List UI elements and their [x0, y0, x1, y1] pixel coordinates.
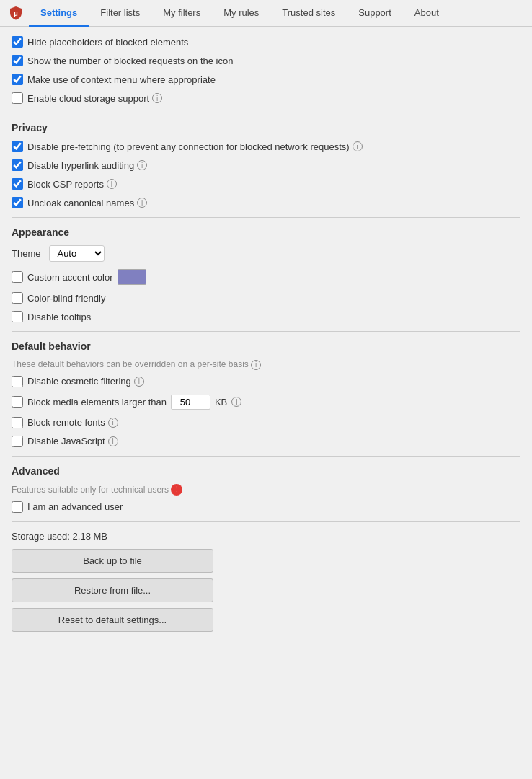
block-remote-fonts-label[interactable]: Block remote fonts i: [27, 417, 118, 428]
default-behavior-info-icon: i: [251, 360, 261, 370]
storage-used-label: Storage used: 2.18 MB: [12, 531, 520, 542]
advanced-user-label[interactable]: I am an advanced user: [27, 501, 123, 512]
color-blind-label[interactable]: Color-blind friendly: [27, 293, 105, 304]
uncloak-info-icon: i: [137, 198, 147, 208]
block-csp-reports-info-icon: i: [107, 179, 117, 189]
checkbox-row-uncloak-canonical-names: Uncloak canonical names i: [12, 197, 520, 208]
advanced-user-checkbox[interactable]: [12, 501, 23, 513]
tab-filter-lists[interactable]: Filter lists: [89, 0, 151, 27]
disable-prefetching-info-icon: i: [353, 141, 363, 151]
disable-prefetching-checkbox[interactable]: [12, 141, 23, 152]
tab-my-rules[interactable]: My rules: [212, 0, 270, 27]
uncloak-canonical-names-checkbox[interactable]: [12, 197, 23, 208]
block-media-checkbox[interactable]: [12, 396, 23, 408]
disable-javascript-label[interactable]: Disable JavaScript i: [27, 436, 118, 446]
restore-button[interactable]: Restore from file...: [12, 578, 213, 602]
context-menu-checkbox[interactable]: [12, 74, 23, 85]
checkbox-row-disable-prefetching: Disable pre-fetching (to prevent any con…: [12, 141, 520, 152]
advanced-warning-icon: !: [171, 484, 182, 496]
cloud-storage-checkbox[interactable]: [12, 92, 23, 104]
privacy-title: Privacy: [12, 122, 520, 133]
checkbox-row-disable-javascript: Disable JavaScript i: [12, 436, 520, 447]
show-blocked-count-checkbox[interactable]: [12, 55, 23, 66]
nav-bar: μ Settings Filter lists My filters My ru…: [0, 0, 532, 27]
disable-prefetching-label[interactable]: Disable pre-fetching (to prevent any con…: [27, 141, 363, 152]
storage-section: Storage used: 2.18 MB Back up to file Re…: [12, 531, 520, 632]
backup-button[interactable]: Back up to file: [12, 549, 213, 573]
checkbox-row-color-blind: Color-blind friendly: [12, 292, 520, 304]
disable-cosmetic-filtering-label[interactable]: Disable cosmetic filtering i: [27, 376, 144, 387]
hide-placeholders-label[interactable]: Hide placeholders of blocked elements: [27, 37, 188, 48]
color-blind-checkbox[interactable]: [12, 292, 23, 304]
appearance-section: Appearance Theme Auto Light Dark Custom …: [12, 226, 520, 322]
theme-label: Theme: [12, 248, 40, 259]
show-blocked-count-label[interactable]: Show the number of blocked requests on t…: [27, 56, 233, 66]
cosmetic-filtering-info-icon: i: [134, 377, 144, 387]
divider-privacy: [12, 113, 520, 113]
cloud-storage-info-icon: i: [152, 93, 162, 103]
tab-trusted-sites[interactable]: Trusted sites: [270, 0, 347, 27]
default-behavior-title: Default behavior: [12, 340, 520, 352]
reset-button[interactable]: Reset to default settings...: [12, 608, 213, 632]
appearance-title: Appearance: [12, 226, 520, 238]
general-section: Hide placeholders of blocked elements Sh…: [12, 36, 520, 104]
block-media-input[interactable]: [171, 395, 210, 410]
app-logo: μ: [3, 0, 29, 26]
divider-advanced: [12, 456, 520, 457]
uncloak-canonical-names-label[interactable]: Uncloak canonical names i: [27, 198, 147, 208]
default-behavior-subtitle: These default behaviors can be overridde…: [12, 359, 520, 370]
theme-row: Theme Auto Light Dark: [12, 245, 520, 262]
tab-my-filters[interactable]: My filters: [151, 0, 212, 27]
tab-about[interactable]: About: [403, 0, 451, 27]
custom-accent-label[interactable]: Custom accent color: [27, 272, 113, 283]
block-remote-fonts-info-icon: i: [108, 418, 118, 428]
custom-accent-checkbox[interactable]: [12, 271, 23, 283]
theme-select[interactable]: Auto Light Dark: [49, 245, 105, 262]
tab-settings[interactable]: Settings: [29, 0, 89, 27]
checkbox-row-disable-cosmetic-filtering: Disable cosmetic filtering i: [12, 376, 520, 387]
checkbox-row-context-menu: Make use of context menu where appropria…: [12, 74, 520, 85]
checkbox-row-block-remote-fonts: Block remote fonts i: [12, 417, 520, 428]
block-csp-reports-label[interactable]: Block CSP reports i: [27, 179, 117, 190]
checkbox-row-disable-tooltips: Disable tooltips: [12, 311, 520, 322]
divider-storage: [12, 521, 520, 522]
checkbox-row-disable-hyperlink-auditing: Disable hyperlink auditing i: [12, 159, 520, 171]
checkbox-row-custom-accent: Custom accent color: [12, 269, 520, 285]
divider-default-behavior: [12, 331, 520, 332]
disable-hyperlink-auditing-label[interactable]: Disable hyperlink auditing i: [27, 160, 147, 171]
checkbox-row-advanced-user: I am an advanced user: [12, 501, 520, 513]
disable-cosmetic-filtering-checkbox[interactable]: [12, 376, 23, 387]
block-media-label-before[interactable]: Block media elements larger than: [27, 397, 167, 408]
checkbox-row-cloud-storage: Enable cloud storage support i: [12, 92, 520, 104]
advanced-title: Advanced: [12, 465, 520, 477]
advanced-subtitle: Features suitable only for technical use…: [12, 484, 520, 496]
tab-support[interactable]: Support: [347, 0, 403, 27]
privacy-section: Privacy Disable pre-fetching (to prevent…: [12, 122, 520, 208]
disable-tooltips-checkbox[interactable]: [12, 311, 23, 322]
hyperlink-auditing-info-icon: i: [137, 160, 147, 170]
block-media-info-icon: i: [231, 397, 241, 407]
checkbox-row-show-blocked-count: Show the number of blocked requests on t…: [12, 55, 520, 66]
disable-hyperlink-auditing-checkbox[interactable]: [12, 159, 23, 171]
advanced-section: Advanced Features suitable only for tech…: [12, 465, 520, 513]
disable-tooltips-label[interactable]: Disable tooltips: [27, 312, 91, 322]
checkbox-row-block-csp-reports: Block CSP reports i: [12, 178, 520, 190]
context-menu-label[interactable]: Make use of context menu where appropria…: [27, 74, 216, 85]
block-csp-reports-checkbox[interactable]: [12, 178, 23, 190]
disable-javascript-checkbox[interactable]: [12, 436, 23, 447]
checkbox-row-hide-placeholders: Hide placeholders of blocked elements: [12, 36, 520, 48]
cloud-storage-label[interactable]: Enable cloud storage support i: [27, 93, 162, 104]
block-media-row: Block media elements larger than KB i: [12, 395, 520, 410]
disable-javascript-info-icon: i: [108, 436, 118, 446]
divider-appearance: [12, 217, 520, 218]
block-remote-fonts-checkbox[interactable]: [12, 417, 23, 428]
settings-content: Hide placeholders of blocked elements Sh…: [0, 27, 532, 646]
svg-text:μ: μ: [14, 10, 18, 17]
default-behavior-section: Default behavior These default behaviors…: [12, 340, 520, 447]
accent-color-swatch[interactable]: [118, 269, 146, 285]
block-media-label-after: KB: [215, 397, 227, 408]
hide-placeholders-checkbox[interactable]: [12, 36, 23, 48]
